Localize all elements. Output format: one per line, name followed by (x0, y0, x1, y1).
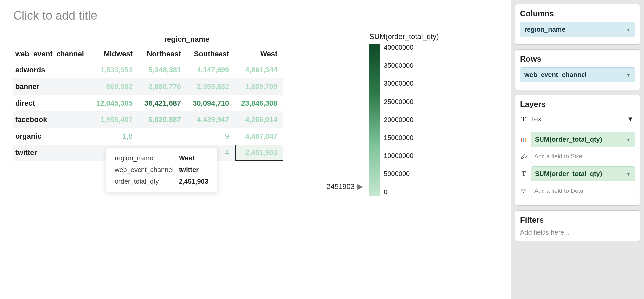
columns-panel[interactable]: Columns region_name ▼ (515, 4, 640, 45)
legend-gradient-bar (369, 44, 380, 196)
detail-field-input[interactable] (531, 185, 635, 197)
data-cell[interactable]: 1,955,407 (90, 111, 139, 128)
size-icon (520, 153, 527, 160)
data-cell[interactable]: 23,846,308 (235, 95, 283, 111)
data-cell[interactable]: 4,487,047 (235, 128, 283, 145)
row-header[interactable]: facebook (13, 111, 90, 128)
chart-title-input[interactable] (13, 7, 212, 26)
row-header[interactable]: adwords (13, 62, 90, 79)
column-group-label: region_name (90, 32, 283, 46)
color-icon (520, 136, 527, 143)
detail-icon (520, 188, 527, 194)
svg-point-4 (523, 155, 526, 158)
tooltip-value: West (176, 152, 211, 164)
mark-type-label: Text (531, 115, 543, 123)
pivot-table: region_nameweb_event_channelMidwestNorth… (13, 32, 283, 196)
legend-tick-labels: 4000000035000000300000002500000020000000… (384, 44, 413, 196)
data-cell[interactable]: 1,533,953 (90, 62, 139, 79)
legend-tick: 15000000 (384, 134, 413, 142)
color-field-pill[interactable]: SUM(order_total_qty) ▼ (531, 132, 635, 147)
data-cell[interactable]: 12,045,305 (90, 95, 139, 111)
rows-field-label: web_event_channel (524, 71, 587, 79)
tooltip-value: 2,451,903 (176, 176, 211, 187)
legend-tick: 20000000 (384, 116, 413, 124)
data-cell[interactable]: 2,355,832 (187, 78, 235, 95)
legend-pointer-value: 2451903 (326, 182, 355, 191)
data-cell[interactable]: 869,982 (90, 78, 139, 95)
data-cell[interactable]: 4,266,014 (235, 111, 283, 128)
layers-panel-title: Layers (520, 100, 635, 109)
legend-tick: 30000000 (384, 80, 413, 87)
tooltip-key: web_event_channel (112, 164, 176, 176)
legend-tick: 10000000 (384, 152, 413, 160)
row-header[interactable]: banner (13, 78, 90, 95)
legend-tick: 5000000 (384, 170, 413, 178)
data-cell[interactable]: 1,809,709 (235, 78, 283, 95)
mark-type-select[interactable]: T Text ▼ (520, 113, 635, 127)
text-icon: T (520, 170, 527, 177)
text-field-label: SUM(order_total_qty) (535, 170, 602, 178)
size-field-input[interactable] (531, 150, 635, 163)
row-header-label: web_event_channel (13, 46, 90, 62)
data-cell[interactable]: 6,020,887 (139, 111, 187, 128)
data-table: region_nameweb_event_channelMidwestNorth… (13, 32, 283, 161)
column-header[interactable]: West (235, 46, 283, 62)
chevron-down-icon[interactable]: ▼ (626, 137, 631, 142)
pointer-arrow-icon: ▶ (357, 182, 363, 191)
data-cell[interactable]: 36,421,687 (139, 95, 187, 111)
data-cell[interactable]: 2,451,903 (235, 145, 283, 161)
text-field-pill[interactable]: SUM(order_total_qty) ▼ (531, 166, 635, 181)
svg-point-7 (523, 192, 524, 193)
svg-rect-2 (525, 138, 526, 142)
text-icon: T (521, 115, 526, 123)
chevron-down-icon[interactable]: ▼ (626, 27, 631, 32)
legend-tick: 0 (384, 188, 413, 196)
rows-panel[interactable]: Rows web_event_channel ▼ (515, 49, 640, 90)
row-header[interactable]: direct (13, 95, 90, 111)
filters-panel-title: Filters (520, 215, 635, 225)
filters-panel[interactable]: Filters Add fields here... (515, 210, 640, 241)
data-cell[interactable]: 1,8 (90, 128, 139, 145)
data-cell[interactable]: 4,147,699 (187, 62, 235, 79)
layers-panel[interactable]: Layers T Text ▼ SUM(order_total_qty) ▼ T (515, 95, 640, 206)
columns-field-label: region_name (524, 26, 565, 33)
data-cell[interactable]: 30,094,710 (187, 95, 235, 111)
tooltip-key: region_name (112, 152, 176, 164)
data-cell[interactable]: 4,439,947 (187, 111, 235, 128)
data-cell[interactable]: 4,861,344 (235, 62, 283, 79)
rows-field-pill[interactable]: web_event_channel ▼ (520, 67, 635, 82)
legend-tick: 35000000 (384, 62, 413, 69)
chevron-down-icon[interactable]: ▼ (626, 72, 631, 78)
legend-pointer: 2451903 ▶ (326, 182, 363, 191)
cell-tooltip: region_nameWestweb_event_channeltwittero… (106, 148, 217, 192)
legend-tick: 25000000 (384, 98, 413, 106)
column-header[interactable]: Northeast (139, 46, 187, 62)
columns-panel-title: Columns (520, 9, 635, 18)
column-header[interactable]: Midwest (90, 46, 139, 62)
chevron-down-icon[interactable]: ▼ (627, 115, 634, 123)
data-cell[interactable]: 2,880,776 (139, 78, 187, 95)
color-field-label: SUM(order_total_qty) (535, 136, 602, 143)
svg-rect-0 (521, 138, 522, 142)
data-cell[interactable]: 9 (187, 128, 235, 145)
columns-field-pill[interactable]: region_name ▼ (520, 22, 635, 37)
data-cell[interactable] (139, 128, 187, 145)
color-legend: SUM(order_total_qty) 2451903 ▶ 400000003… (369, 32, 439, 196)
data-cell[interactable]: 5,348,381 (139, 62, 187, 79)
legend-title: SUM(order_total_qty) (369, 32, 439, 41)
filters-empty-text: Add fields here... (520, 229, 635, 236)
chevron-down-icon[interactable]: ▼ (626, 171, 631, 177)
legend-tick: 40000000 (384, 44, 413, 51)
svg-point-6 (524, 189, 526, 191)
tooltip-key: order_total_qty (112, 176, 176, 187)
svg-point-5 (521, 189, 523, 191)
column-header[interactable]: Southeast (187, 46, 235, 62)
svg-rect-1 (523, 138, 524, 142)
row-header[interactable]: organic (13, 128, 90, 145)
rows-panel-title: Rows (520, 54, 635, 64)
config-sidebar: Columns region_name ▼ Rows web_event_cha… (511, 0, 644, 299)
tooltip-value: twitter (176, 164, 211, 176)
row-header[interactable]: twitter (13, 145, 90, 161)
